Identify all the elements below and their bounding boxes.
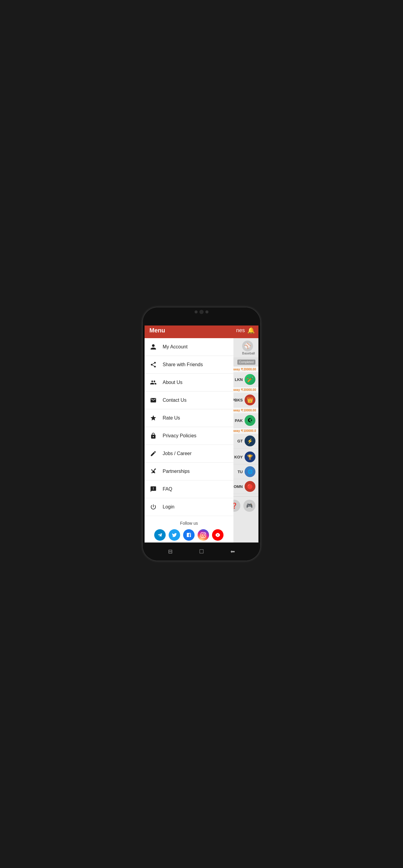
completed-badge: Completed: [237, 360, 256, 365]
bell-icon[interactable]: 🔔: [247, 327, 255, 334]
share-friends-label: Share with Friends: [163, 362, 203, 367]
lock-icon: [149, 433, 157, 439]
menu-item-rate-us[interactable]: Rate Us: [144, 409, 233, 427]
youtube-button[interactable]: [212, 529, 224, 541]
pencil-icon: [149, 450, 157, 457]
menu-item-my-account[interactable]: My Account: [144, 338, 233, 356]
power-icon: [149, 504, 157, 510]
contact-us-label: Contact Us: [163, 398, 187, 403]
rate-us-label: Rate Us: [163, 415, 180, 421]
camera-notch: [195, 310, 208, 314]
menu-item-share-friends[interactable]: Share with Friends: [144, 356, 233, 374]
phone-frame: nes 🔔 ⚾ Baseball Completed away ₹ 20000.…: [143, 307, 260, 561]
front-camera: [199, 310, 204, 314]
social-icons-row: [149, 529, 229, 541]
nav-home-button[interactable]: ☐: [199, 548, 204, 555]
nav-bar: ⊟ ☐ ⬅: [143, 546, 260, 558]
telegram-button[interactable]: [154, 529, 166, 541]
menu-title: Menu: [149, 327, 165, 334]
team-logo-lkn: 🏏: [244, 374, 256, 385]
about-us-label: About Us: [163, 380, 182, 385]
team-logo-gt: ⚡: [244, 435, 256, 446]
people-icon: [149, 379, 157, 386]
menu-item-partnerships[interactable]: Partnerships: [144, 463, 233, 480]
menu-item-login[interactable]: Login: [144, 498, 233, 516]
menu-item-about-us[interactable]: About Us: [144, 374, 233, 392]
team-code-omn: OMN: [234, 484, 243, 489]
nav-recent-button[interactable]: ⊟: [168, 548, 173, 555]
team-code-koy: KOY: [234, 455, 243, 459]
team-logo-omn: 🔴: [244, 481, 256, 492]
sport-icon: ⚾: [242, 341, 253, 351]
my-account-label: My Account: [163, 344, 188, 350]
team-code-gt: GT: [237, 439, 243, 443]
star-icon: [149, 415, 157, 421]
menu-overlay: Menu My Account Share with Friends: [144, 322, 233, 546]
instagram-button[interactable]: [198, 529, 209, 541]
share-icon: [149, 361, 157, 368]
sensor-dot-2: [205, 310, 208, 313]
email-icon: [149, 397, 157, 404]
sensor-dot: [195, 310, 198, 313]
menu-items-list: My Account Share with Friends About Us: [144, 338, 233, 516]
menu-header: Menu: [144, 322, 233, 338]
menu-footer: Follow us: [144, 516, 233, 546]
follow-us-text: Follow us: [149, 521, 229, 526]
partnerships-label: Partnerships: [163, 469, 190, 474]
facebook-button[interactable]: [183, 529, 195, 541]
team-code-pbks: PBKS: [232, 398, 243, 402]
team-code-lkn: LKN: [235, 377, 243, 382]
team-code-pak: PAK: [235, 418, 243, 423]
menu-item-faq[interactable]: FAQ: [144, 480, 233, 498]
fork-icon: [149, 468, 157, 475]
faq-label: FAQ: [163, 487, 172, 492]
jobs-career-label: Jobs / Career: [163, 451, 192, 456]
sport-label: Baseball: [242, 351, 255, 355]
team-logo-koy: 🏆: [244, 452, 256, 462]
bg-header-title: nes: [236, 327, 245, 334]
privacy-policies-label: Privacy Policies: [163, 433, 196, 438]
menu-item-privacy-policies[interactable]: Privacy Policies: [144, 427, 233, 445]
account-icon: [149, 344, 157, 350]
screen: nes 🔔 ⚾ Baseball Completed away ₹ 20000.…: [144, 322, 259, 546]
twitter-button[interactable]: [169, 529, 180, 541]
team-code-tu: TU: [238, 470, 243, 474]
menu-item-jobs-career[interactable]: Jobs / Career: [144, 445, 233, 463]
login-label: Login: [163, 504, 174, 510]
nav-back-button[interactable]: ⬅: [230, 548, 235, 555]
team-logo-tu: 🌐: [244, 466, 256, 477]
team-logo-pak: ☪: [244, 415, 256, 426]
team-logo-kings: 👑: [244, 395, 256, 405]
menu-item-contact-us[interactable]: Contact Us: [144, 392, 233, 409]
chat-icon: [149, 486, 157, 493]
game-icon[interactable]: 🎮: [243, 500, 256, 512]
